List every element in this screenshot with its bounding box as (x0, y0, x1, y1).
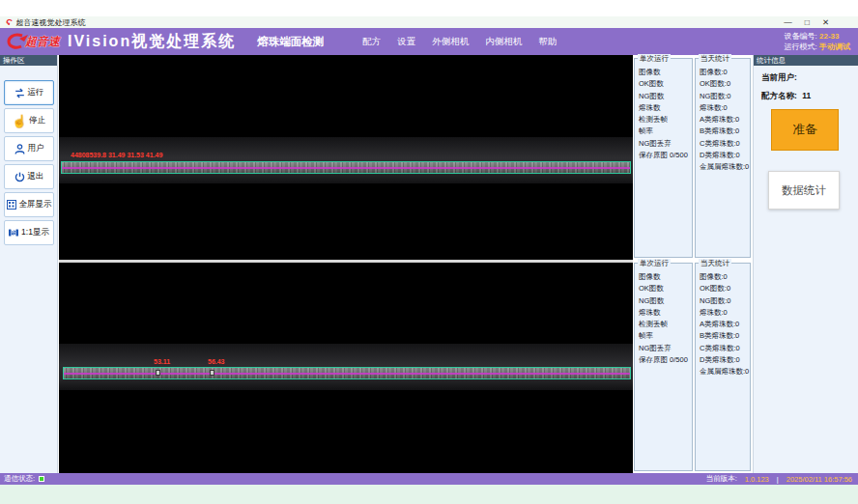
status-separator: | (777, 475, 779, 484)
menu-item[interactable]: 设置 (397, 36, 415, 48)
user-button-label: 用户 (28, 143, 44, 154)
detected-bead-mark (210, 370, 214, 376)
detection-roi-box (63, 367, 631, 379)
exit-power-icon (14, 171, 26, 183)
stat-row: 熔珠数:0 (696, 307, 750, 319)
stat-row: A类熔珠数:0 (696, 319, 750, 330)
stat-row: 金属屑熔珠数:0 (696, 366, 750, 378)
one-to-one-button-label: 1:1显示 (21, 227, 49, 238)
run-mode-value: 手动调试 (819, 42, 850, 51)
stat-row: NG图丢弃 (635, 343, 692, 354)
one-to-one-button[interactable]: 1:1显示 (4, 220, 54, 245)
stat-row: D类熔珠数:0 (696, 354, 750, 366)
stop-hand-icon: ☝ (12, 115, 27, 127)
comm-status-label: 通信状态: (4, 474, 35, 484)
user-button[interactable]: 用户 (4, 136, 54, 161)
detection-line-overlay (64, 373, 630, 375)
camera-image-band (59, 137, 633, 183)
app-header: 超音速 IVision视觉处理系统 熔珠端面检测 配方设置外侧相机内侧相机帮助 … (0, 28, 858, 55)
detected-bead-mark (156, 370, 160, 376)
version-label: 当前版本: (706, 474, 737, 484)
groupbox-title: 单次运行 (638, 259, 671, 268)
measurement-annotation: 56.43 (208, 358, 225, 365)
stat-row: 熔珠数 (635, 307, 692, 319)
device-number-value: 22-33 (819, 32, 839, 41)
run-mode-label: 运行模式: (785, 42, 817, 51)
main-menu: 配方设置外侧相机内侧相机帮助 (362, 36, 557, 48)
today-stats-top: 当天统计 图像数:0OK图数:0NG图数:0熔珠数:0A类熔珠数:0B类熔珠数:… (695, 58, 751, 258)
stat-row: C类熔珠数:0 (696, 138, 750, 150)
detection-roi-box (61, 161, 631, 174)
stat-row: 帧率 (635, 126, 692, 137)
brand-logo: 超音速 (6, 32, 60, 51)
stat-row: OK图数 (635, 78, 692, 90)
prepare-button[interactable]: 准备 (771, 109, 839, 151)
menu-item[interactable]: 帮助 (538, 36, 557, 48)
stat-row: NG图丢弃 (635, 138, 692, 150)
stat-row: 保存原图 0/500 (635, 354, 692, 366)
camera-view-bottom[interactable]: 53.11 56.43 (59, 263, 633, 473)
single-run-stats-bottom: 单次运行 图像数OK图数NG图数熔珠数检测丢帧帧率NG图丢弃保存原图 0/500 (634, 263, 693, 471)
version-value: 1.0.123 (745, 475, 769, 484)
run-cycle-icon (14, 87, 26, 99)
comm-status-led (39, 476, 44, 482)
stop-button-label: 停止 (29, 115, 45, 126)
stat-row: 图像数 (635, 67, 692, 78)
exit-button-label: 退出 (28, 171, 44, 182)
stat-row: 检测丢帧 (635, 319, 692, 330)
fullscreen-button-label: 全屏显示 (19, 199, 52, 210)
detection-line-overlay (62, 167, 630, 169)
statistics-info-panel: 统计信息 当前用户: 配方名称: 11 准备 数据统计 (753, 55, 858, 473)
stat-row: NG图数:0 (696, 295, 750, 307)
user-icon (14, 143, 26, 155)
fullscreen-icon (6, 199, 17, 210)
stat-row: 熔珠数:0 (696, 102, 750, 114)
device-info: 设备编号: 22-33 运行模式: 手动调试 (785, 31, 850, 52)
close-button[interactable]: ✕ (822, 17, 829, 27)
stat-row: 图像数:0 (696, 271, 750, 283)
page-title: IVision视觉处理系统 (68, 32, 236, 52)
stat-row: B类熔珠数:0 (696, 126, 750, 137)
measurement-annotation: 53.11 (154, 358, 170, 365)
stat-row: 帧率 (635, 330, 692, 342)
groupbox-title: 单次运行 (638, 54, 671, 64)
stat-row: NG图数 (635, 295, 692, 307)
minimize-button[interactable]: — (784, 17, 792, 27)
one-to-one-icon (8, 227, 19, 238)
recipe-name-label: 配方名称: (761, 91, 797, 100)
stat-row: 金属屑熔珠数:0 (696, 161, 750, 173)
measurement-annotation: 44808539.8 31.49 31.53 41.49 (71, 152, 162, 158)
app-logo-icon: Ϛ (6, 17, 13, 27)
stat-row: NG图数 (635, 91, 692, 102)
single-run-stats-top: 单次运行 图像数OK图数NG图数熔珠数检测丢帧帧率NG图丢弃保存原图 0/500 (634, 58, 693, 258)
menu-item[interactable]: 外侧相机 (432, 36, 469, 48)
current-user-label: 当前用户: (761, 72, 797, 82)
page-subtitle: 熔珠端面检测 (257, 35, 324, 49)
menu-item[interactable]: 配方 (362, 36, 381, 48)
menu-item[interactable]: 内侧相机 (485, 36, 522, 48)
camera-viewport: 44808539.8 31.49 31.53 41.49 53.11 56.43 (59, 55, 633, 473)
recipe-name-value: 11 (802, 91, 811, 100)
stat-row: D类熔珠数:0 (696, 150, 750, 161)
fullscreen-button[interactable]: 全屏显示 (4, 192, 54, 217)
info-panel-title: 统计信息 (754, 55, 858, 66)
run-button[interactable]: 运行 (4, 80, 54, 105)
today-stats-bottom: 当天统计 图像数:0OK图数:0NG图数:0熔珠数:0A类熔珠数:0B类熔珠数:… (695, 263, 751, 471)
top-margin (0, 0, 858, 16)
device-number-label: 设备编号: (785, 32, 817, 41)
app-window: Ϛ 超音速视觉处理系统 — □ ✕ 超音速 IVision视觉处理系统 熔珠端面… (0, 0, 858, 504)
stat-row: 图像数 (635, 271, 692, 283)
groupbox-title: 当天统计 (699, 54, 731, 64)
stat-row: OK图数:0 (696, 283, 750, 294)
run-button-label: 运行 (28, 87, 44, 98)
window-title: 超音速视觉处理系统 (16, 17, 86, 28)
status-bar: 通信状态: 当前版本: 1.0.123 | 2025/02/11 16:57:5… (0, 473, 858, 485)
stat-row: NG图数:0 (696, 91, 750, 102)
camera-view-top[interactable]: 44808539.8 31.49 31.53 41.49 (59, 55, 633, 260)
data-statistics-button[interactable]: 数据统计 (768, 171, 840, 210)
brand-name: 超音速 (25, 34, 60, 50)
datetime-value: 2025/02/11 16:57:56 (786, 475, 852, 484)
maximize-button[interactable]: □ (805, 17, 810, 27)
stop-button[interactable]: ☝ 停止 (4, 108, 54, 133)
exit-button[interactable]: 退出 (4, 164, 54, 189)
